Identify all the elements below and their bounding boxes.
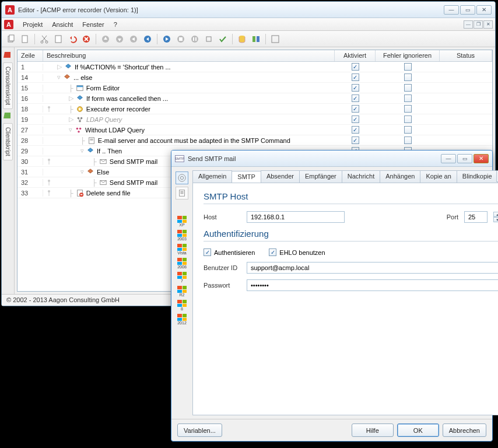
table-row[interactable]: 14▿... else✓ (17, 72, 492, 83)
aktiviert-cell[interactable]: ✓ (335, 136, 376, 144)
dialog-titlebar[interactable]: SMTP Send SMTP mail — ▭ ✕ (171, 150, 492, 167)
chk-authentisieren[interactable]: ✓ Authentisieren (204, 249, 255, 256)
fehler-cell[interactable] (376, 116, 440, 123)
maximize-button[interactable]: ▭ (460, 5, 475, 15)
aktiviert-cell[interactable]: ✓ (335, 94, 376, 102)
vars-icon[interactable] (250, 33, 262, 45)
tree-toggle[interactable]: ▷ (69, 94, 73, 102)
os-7-icon[interactable]: 7 (175, 272, 189, 286)
aktiviert-cell[interactable]: ✓ (335, 84, 376, 92)
user-input[interactable] (247, 262, 498, 274)
tab-consolenskript[interactable]: Consolenskript (3, 62, 13, 109)
table-row[interactable]: 15├Form Editor✓ (17, 83, 492, 93)
tree-toggle[interactable]: ▷ (69, 116, 73, 123)
variablen-button[interactable]: Variablen... (177, 424, 222, 437)
port-down-button[interactable]: ▼ (493, 217, 498, 222)
tab-nachricht[interactable]: Nachricht (342, 170, 380, 183)
table-row[interactable]: 1▷If %ACTION% = 'Shortcut' then ...✓ (17, 62, 492, 72)
mdi-minimize[interactable]: — (464, 20, 473, 29)
paste-icon[interactable] (52, 33, 64, 45)
close-button[interactable]: ✕ (476, 5, 492, 15)
step-icon[interactable] (203, 33, 215, 45)
os-2012-icon[interactable]: 2012 (175, 314, 189, 328)
aktiviert-cell[interactable]: ✓ (335, 74, 376, 81)
os-xp-icon[interactable]: XP (175, 216, 189, 230)
cut-icon[interactable] (38, 33, 50, 45)
os-r2-icon[interactable]: R2 (175, 286, 189, 300)
nav-top-icon[interactable] (128, 33, 139, 45)
menu-ansicht[interactable]: Ansicht (47, 19, 78, 30)
aktiviert-cell[interactable]: ✓ (335, 116, 376, 123)
delete-icon[interactable] (80, 33, 92, 45)
host-input[interactable] (247, 211, 345, 223)
tab-clientskript[interactable]: Clientskript (3, 123, 13, 160)
table-row[interactable]: 27▿Without LDAP Query✓ (17, 125, 492, 135)
pause-icon[interactable] (189, 33, 201, 45)
mdi-restore[interactable]: ❐ (474, 20, 483, 29)
tab-smtp[interactable]: SMTP (232, 171, 261, 183)
tab-kopie an[interactable]: Kopie an (420, 170, 457, 183)
hilfe-button[interactable]: Hilfe (352, 424, 394, 437)
fehler-cell[interactable] (376, 63, 440, 71)
play-icon[interactable] (161, 33, 173, 45)
tab-allgemein[interactable]: Allgemein (192, 170, 232, 183)
aktiviert-cell[interactable]: ✓ (335, 63, 376, 71)
menu-fenster[interactable]: Fenster (78, 19, 108, 30)
fehler-cell[interactable] (376, 105, 440, 113)
chk-ehlo[interactable]: ✓ EHLO benutzen (269, 249, 325, 256)
fehler-cell[interactable] (376, 84, 440, 92)
os-2003-icon[interactable]: 2003 (175, 230, 189, 244)
mode-console-icon[interactable] (176, 172, 188, 184)
menu-projekt[interactable]: Projekt (18, 19, 47, 30)
new-icon[interactable] (19, 33, 31, 45)
col-fehler[interactable]: Fehler ignorieren (376, 50, 440, 61)
table-row[interactable]: 19▷LDAP Query✓ (17, 114, 492, 125)
minimize-button[interactable]: — (444, 5, 459, 15)
pass-input[interactable] (247, 279, 498, 291)
col-status[interactable]: Status (440, 50, 492, 61)
tree-toggle[interactable]: ▿ (80, 168, 84, 176)
col-zeile[interactable]: Zeile (17, 50, 43, 61)
tab-anhängen[interactable]: Anhängen (380, 170, 420, 183)
tab-absender[interactable]: Absender (261, 170, 300, 183)
mdi-close[interactable]: ✕ (483, 20, 493, 29)
aktiviert-cell[interactable]: ✓ (335, 105, 376, 113)
os-vista-icon[interactable]: Vista (175, 244, 189, 258)
nav-down-icon[interactable] (114, 33, 125, 45)
main-titlebar[interactable]: A Editor - [ACMP error recorder (Version… (2, 2, 495, 18)
table-row[interactable]: 16▷If form was cancelled then ...✓ (17, 93, 492, 104)
fehler-cell[interactable] (376, 136, 440, 144)
dlg-maximize-button[interactable]: ▭ (457, 154, 472, 163)
port-up-button[interactable]: ▲ (493, 212, 498, 217)
db-icon[interactable] (236, 33, 248, 45)
port-input[interactable] (464, 211, 488, 223)
table-row[interactable]: 18├Execute error recorder✓ (17, 104, 492, 114)
ok-button[interactable]: OK (397, 424, 439, 437)
menu-help[interactable]: ? (109, 19, 122, 30)
stop-icon[interactable] (175, 33, 187, 45)
check-icon[interactable] (217, 33, 229, 45)
fehler-cell[interactable] (376, 94, 440, 102)
abbrechen-button[interactable]: Abbrechen (443, 424, 486, 437)
tab-blindkopie[interactable]: Blindkopie (457, 170, 498, 183)
tree-toggle[interactable]: ▿ (57, 74, 61, 81)
tree-toggle[interactable]: ▷ (57, 63, 62, 71)
table-row[interactable]: 28├E-mail server and account must be ada… (17, 135, 492, 146)
fehler-cell[interactable] (376, 126, 440, 134)
dlg-close-button[interactable]: ✕ (474, 154, 489, 163)
tree-toggle[interactable]: ▿ (69, 126, 72, 134)
tree-toggle[interactable]: ▿ (80, 147, 84, 155)
os-8-icon[interactable]: 8 (175, 300, 189, 314)
tool-icon[interactable] (269, 33, 281, 45)
col-beschreibung[interactable]: Beschreibung (43, 50, 335, 61)
copy-icon[interactable] (5, 33, 17, 45)
aktiviert-cell[interactable]: ✓ (335, 126, 376, 134)
nav-up-icon[interactable] (100, 33, 111, 45)
tab-empfänger[interactable]: Empfänger (299, 170, 342, 183)
nav-prev-icon[interactable] (142, 33, 153, 45)
fehler-cell[interactable] (376, 74, 440, 81)
os-2008-icon[interactable]: 2008 (175, 258, 189, 272)
mode-doc-icon[interactable] (176, 187, 188, 200)
undo-icon[interactable] (66, 33, 78, 45)
dlg-minimize-button[interactable]: — (441, 154, 456, 163)
